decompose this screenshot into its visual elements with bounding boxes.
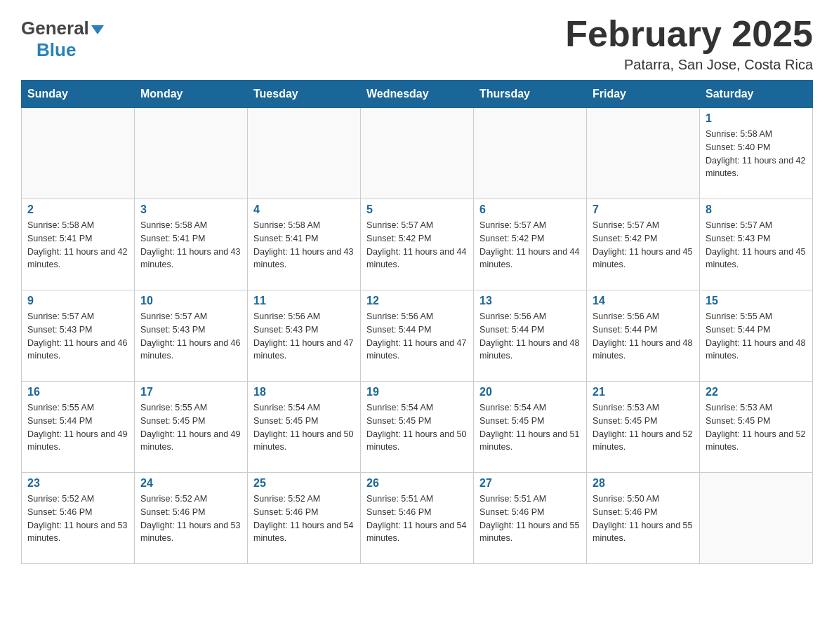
day-info: Sunrise: 5:57 AMSunset: 5:43 PMDaylight:… [706, 219, 807, 271]
day-info: Sunrise: 5:54 AMSunset: 5:45 PMDaylight:… [253, 401, 355, 454]
day-number: 28 [593, 477, 694, 490]
calendar-cell: 18Sunrise: 5:54 AMSunset: 5:45 PMDayligh… [248, 382, 361, 473]
calendar-cell: 1Sunrise: 5:58 AMSunset: 5:40 PMDaylight… [700, 108, 813, 199]
day-info: Sunrise: 5:52 AMSunset: 5:46 PMDaylight:… [27, 492, 128, 545]
calendar-cell [135, 108, 248, 199]
weekday-header-wednesday: Wednesday [361, 81, 474, 108]
week-row-5: 23Sunrise: 5:52 AMSunset: 5:46 PMDayligh… [22, 473, 813, 564]
location-subtitle: Patarra, San Jose, Costa Rica [565, 57, 813, 73]
calendar-cell [700, 473, 813, 564]
calendar-cell: 28Sunrise: 5:50 AMSunset: 5:46 PMDayligh… [587, 473, 700, 564]
day-number: 21 [593, 386, 694, 398]
calendar-cell [587, 108, 700, 199]
day-number: 9 [27, 295, 128, 307]
day-number: 1 [706, 112, 807, 125]
calendar-cell: 10Sunrise: 5:57 AMSunset: 5:43 PMDayligh… [135, 290, 248, 382]
day-number: 15 [706, 295, 807, 307]
calendar-cell: 6Sunrise: 5:57 AMSunset: 5:42 PMDaylight… [474, 199, 587, 290]
day-info: Sunrise: 5:54 AMSunset: 5:45 PMDaylight:… [479, 401, 581, 454]
week-row-4: 16Sunrise: 5:55 AMSunset: 5:44 PMDayligh… [22, 382, 813, 473]
day-info: Sunrise: 5:56 AMSunset: 5:44 PMDaylight:… [593, 310, 694, 363]
weekday-header-thursday: Thursday [474, 81, 587, 108]
weekday-header-friday: Friday [587, 81, 700, 108]
calendar-cell: 5Sunrise: 5:57 AMSunset: 5:42 PMDaylight… [361, 199, 474, 290]
page-header: General Blue February 2025 Patarra, San … [21, 14, 813, 73]
calendar-cell: 14Sunrise: 5:56 AMSunset: 5:44 PMDayligh… [587, 290, 700, 382]
day-number: 4 [253, 203, 355, 216]
logo-triangle-icon [91, 25, 104, 34]
day-number: 10 [140, 295, 241, 307]
weekday-header-tuesday: Tuesday [248, 81, 361, 108]
day-info: Sunrise: 5:50 AMSunset: 5:46 PMDaylight:… [593, 492, 694, 545]
day-number: 23 [27, 477, 128, 490]
day-info: Sunrise: 5:53 AMSunset: 5:45 PMDaylight:… [706, 401, 807, 454]
calendar-cell: 12Sunrise: 5:56 AMSunset: 5:44 PMDayligh… [361, 290, 474, 382]
day-info: Sunrise: 5:52 AMSunset: 5:46 PMDaylight:… [140, 492, 241, 545]
calendar-cell: 25Sunrise: 5:52 AMSunset: 5:46 PMDayligh… [248, 473, 361, 564]
day-info: Sunrise: 5:57 AMSunset: 5:42 PMDaylight:… [593, 219, 694, 271]
day-number: 14 [593, 295, 694, 307]
day-number: 19 [366, 386, 468, 398]
day-number: 16 [27, 386, 128, 398]
weekday-header-saturday: Saturday [700, 81, 813, 108]
title-block: February 2025 Patarra, San Jose, Costa R… [565, 14, 813, 73]
day-info: Sunrise: 5:58 AMSunset: 5:41 PMDaylight:… [27, 219, 128, 271]
calendar-cell [361, 108, 474, 199]
day-info: Sunrise: 5:56 AMSunset: 5:44 PMDaylight:… [366, 310, 468, 363]
logo: General Blue [21, 14, 104, 61]
day-number: 27 [479, 477, 581, 490]
day-info: Sunrise: 5:58 AMSunset: 5:41 PMDaylight:… [140, 219, 241, 271]
day-number: 20 [479, 386, 581, 398]
calendar-cell: 8Sunrise: 5:57 AMSunset: 5:43 PMDaylight… [700, 199, 813, 290]
calendar-cell: 20Sunrise: 5:54 AMSunset: 5:45 PMDayligh… [474, 382, 587, 473]
day-number: 3 [140, 203, 241, 216]
day-info: Sunrise: 5:55 AMSunset: 5:44 PMDaylight:… [27, 401, 128, 454]
day-info: Sunrise: 5:51 AMSunset: 5:46 PMDaylight:… [366, 492, 468, 545]
week-row-1: 1Sunrise: 5:58 AMSunset: 5:40 PMDaylight… [22, 108, 813, 199]
calendar-cell: 15Sunrise: 5:55 AMSunset: 5:44 PMDayligh… [700, 290, 813, 382]
calendar-cell [474, 108, 587, 199]
day-info: Sunrise: 5:57 AMSunset: 5:42 PMDaylight:… [479, 219, 581, 271]
calendar-cell: 22Sunrise: 5:53 AMSunset: 5:45 PMDayligh… [700, 382, 813, 473]
day-number: 25 [253, 477, 355, 490]
day-number: 18 [253, 386, 355, 398]
calendar-cell [22, 108, 135, 199]
weekday-header-row: SundayMondayTuesdayWednesdayThursdayFrid… [22, 81, 813, 108]
day-number: 22 [706, 386, 807, 398]
day-info: Sunrise: 5:51 AMSunset: 5:46 PMDaylight:… [479, 492, 581, 545]
weekday-header-monday: Monday [135, 81, 248, 108]
weekday-header-sunday: Sunday [22, 81, 135, 108]
calendar-cell: 4Sunrise: 5:58 AMSunset: 5:41 PMDaylight… [248, 199, 361, 290]
calendar-cell: 7Sunrise: 5:57 AMSunset: 5:42 PMDaylight… [587, 199, 700, 290]
logo-blue-text: Blue [21, 39, 76, 60]
calendar-cell: 24Sunrise: 5:52 AMSunset: 5:46 PMDayligh… [135, 473, 248, 564]
calendar-cell: 19Sunrise: 5:54 AMSunset: 5:45 PMDayligh… [361, 382, 474, 473]
calendar-cell: 17Sunrise: 5:55 AMSunset: 5:45 PMDayligh… [135, 382, 248, 473]
month-year-title: February 2025 [565, 14, 813, 54]
day-number: 24 [140, 477, 241, 490]
day-info: Sunrise: 5:53 AMSunset: 5:45 PMDaylight:… [593, 401, 694, 454]
day-info: Sunrise: 5:56 AMSunset: 5:43 PMDaylight:… [253, 310, 355, 363]
week-row-2: 2Sunrise: 5:58 AMSunset: 5:41 PMDaylight… [22, 199, 813, 290]
day-info: Sunrise: 5:58 AMSunset: 5:41 PMDaylight:… [253, 219, 355, 271]
day-number: 11 [253, 295, 355, 307]
day-number: 12 [366, 295, 468, 307]
day-number: 8 [706, 203, 807, 216]
calendar-cell: 2Sunrise: 5:58 AMSunset: 5:41 PMDaylight… [22, 199, 135, 290]
calendar-cell: 11Sunrise: 5:56 AMSunset: 5:43 PMDayligh… [248, 290, 361, 382]
calendar-cell: 21Sunrise: 5:53 AMSunset: 5:45 PMDayligh… [587, 382, 700, 473]
day-number: 13 [479, 295, 581, 307]
day-number: 6 [479, 203, 581, 216]
calendar-cell: 3Sunrise: 5:58 AMSunset: 5:41 PMDaylight… [135, 199, 248, 290]
day-info: Sunrise: 5:57 AMSunset: 5:43 PMDaylight:… [140, 310, 241, 363]
calendar-cell: 13Sunrise: 5:56 AMSunset: 5:44 PMDayligh… [474, 290, 587, 382]
day-info: Sunrise: 5:55 AMSunset: 5:45 PMDaylight:… [140, 401, 241, 454]
calendar-cell: 16Sunrise: 5:55 AMSunset: 5:44 PMDayligh… [22, 382, 135, 473]
day-info: Sunrise: 5:56 AMSunset: 5:44 PMDaylight:… [479, 310, 581, 363]
calendar-cell: 27Sunrise: 5:51 AMSunset: 5:46 PMDayligh… [474, 473, 587, 564]
day-info: Sunrise: 5:57 AMSunset: 5:42 PMDaylight:… [366, 219, 468, 271]
day-number: 17 [140, 386, 241, 398]
calendar-cell: 23Sunrise: 5:52 AMSunset: 5:46 PMDayligh… [22, 473, 135, 564]
day-info: Sunrise: 5:58 AMSunset: 5:40 PMDaylight:… [706, 128, 807, 180]
logo-general-text: General [21, 18, 89, 39]
